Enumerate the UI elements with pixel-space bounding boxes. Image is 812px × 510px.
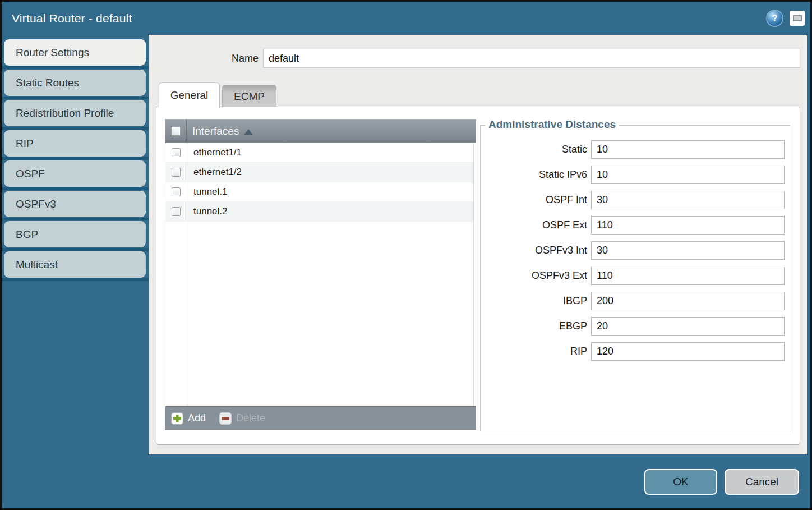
rip-input[interactable] bbox=[591, 342, 785, 361]
minus-icon bbox=[219, 412, 232, 425]
interfaces-table-body: ethernet1/1 ethernet1/2 tunnel.1 bbox=[165, 143, 476, 406]
interfaces-column-label: Interfaces bbox=[192, 125, 239, 137]
main-content: Name General ECMP Interfaces bbox=[149, 35, 807, 454]
administrative-distances-fieldset: Administrative Distances Static Static I… bbox=[480, 125, 790, 431]
tab-general[interactable]: General bbox=[159, 82, 220, 108]
tab-label: General bbox=[170, 89, 209, 102]
row-checkbox[interactable] bbox=[172, 168, 181, 177]
ospf-int-input[interactable] bbox=[591, 191, 785, 209]
ospfv3-ext-label: OSPFv3 Ext bbox=[481, 270, 587, 282]
admin-distance-row: Static bbox=[481, 140, 790, 159]
admin-distance-row: IBGP bbox=[481, 292, 790, 310]
admin-distance-row: OSPF Ext bbox=[481, 216, 790, 235]
sidebar-item-label: Multicast bbox=[16, 259, 58, 271]
interfaces-table-header: Interfaces bbox=[165, 120, 476, 143]
ospf-ext-input[interactable] bbox=[591, 216, 785, 235]
ok-button-label: OK bbox=[673, 476, 688, 488]
ospf-ext-label: OSPF Ext bbox=[481, 219, 587, 231]
row-checkbox-cell bbox=[165, 148, 187, 157]
add-button[interactable]: Add bbox=[171, 412, 206, 425]
ospf-int-label: OSPF Int bbox=[481, 194, 587, 206]
select-all-checkbox[interactable] bbox=[171, 126, 181, 136]
add-button-label: Add bbox=[188, 412, 206, 424]
static-ipv6-label: Static IPv6 bbox=[481, 169, 587, 181]
name-row: Name bbox=[149, 49, 800, 68]
sidebar-item-static-routes[interactable]: Static Routes bbox=[4, 70, 146, 96]
interface-name: ethernet1/1 bbox=[187, 147, 242, 158]
help-glyph: ? bbox=[772, 13, 778, 24]
rip-label: RIP bbox=[481, 346, 587, 357]
ibgp-input[interactable] bbox=[591, 292, 785, 310]
static-input[interactable] bbox=[591, 140, 785, 159]
ok-button[interactable]: OK bbox=[644, 469, 717, 495]
ospfv3-int-input[interactable] bbox=[591, 241, 785, 260]
titlebar: Virtual Router - default ? bbox=[2, 2, 810, 35]
ospfv3-ext-input[interactable] bbox=[591, 267, 785, 285]
row-checkbox[interactable] bbox=[172, 207, 181, 216]
row-checkbox-cell bbox=[165, 187, 187, 196]
interfaces-table-footer: Add Delete bbox=[165, 406, 476, 430]
maximize-glyph bbox=[793, 15, 802, 21]
sidebar-item-router-settings[interactable]: Router Settings bbox=[4, 39, 146, 66]
interfaces-column-header[interactable]: Interfaces bbox=[187, 120, 476, 143]
plus-icon bbox=[171, 412, 183, 425]
sidebar-item-ospf[interactable]: OSPF bbox=[4, 160, 146, 187]
admin-distance-row: EBGP bbox=[481, 317, 790, 336]
sidebar-item-ospfv3[interactable]: OSPFv3 bbox=[4, 191, 146, 217]
sidebar-item-rip[interactable]: RIP bbox=[4, 130, 146, 157]
tab-ecmp[interactable]: ECMP bbox=[222, 85, 276, 107]
row-checkbox[interactable] bbox=[172, 187, 181, 196]
tab-label: ECMP bbox=[234, 90, 265, 103]
cancel-button-label: Cancel bbox=[745, 476, 778, 488]
sidebar-item-label: OSPF bbox=[16, 168, 45, 180]
tab-strip: General ECMP bbox=[159, 82, 276, 107]
sort-ascending-icon bbox=[244, 129, 253, 135]
static-label: Static bbox=[481, 144, 587, 155]
name-input[interactable] bbox=[263, 49, 800, 68]
virtual-router-dialog: Virtual Router - default ? Router Settin… bbox=[0, 0, 812, 510]
sidebar-item-label: Static Routes bbox=[16, 77, 79, 89]
sidebar-item-label: Router Settings bbox=[16, 47, 89, 59]
sidebar-item-label: RIP bbox=[16, 137, 34, 150]
sidebar-item-label: OSPFv3 bbox=[16, 198, 56, 210]
interface-name: tunnel.2 bbox=[187, 206, 228, 217]
admin-distance-row: OSPFv3 Int bbox=[481, 241, 790, 260]
ibgp-label: IBGP bbox=[481, 295, 587, 307]
help-icon[interactable]: ? bbox=[767, 11, 782, 26]
table-row[interactable]: tunnel.2 bbox=[165, 202, 473, 222]
delete-button[interactable]: Delete bbox=[219, 412, 265, 425]
interfaces-table: Interfaces ethernet1/1 bbox=[165, 119, 476, 430]
sidebar-item-label: BGP bbox=[16, 228, 38, 241]
admin-distance-row: RIP bbox=[481, 342, 790, 361]
sidebar-item-label: Redistribution Profile bbox=[16, 107, 114, 120]
table-row[interactable]: tunnel.1 bbox=[165, 182, 473, 202]
ebgp-input[interactable] bbox=[591, 317, 785, 336]
admin-distance-row: Static IPv6 bbox=[481, 166, 790, 184]
row-checkbox-cell bbox=[165, 207, 187, 216]
sidebar-item-redistribution-profile[interactable]: Redistribution Profile bbox=[4, 100, 146, 126]
ospfv3-int-label: OSPFv3 Int bbox=[481, 245, 587, 256]
footer-bar: OK Cancel bbox=[2, 454, 810, 508]
table-row[interactable]: ethernet1/1 bbox=[165, 143, 473, 163]
header-checkbox-cell bbox=[165, 120, 187, 143]
sidebar: Router Settings Static Routes Redistribu… bbox=[2, 35, 149, 508]
name-label: Name bbox=[232, 53, 259, 65]
cancel-button[interactable]: Cancel bbox=[725, 469, 799, 495]
interface-name: ethernet1/2 bbox=[187, 167, 242, 178]
static-ipv6-input[interactable] bbox=[591, 166, 785, 184]
sidebar-item-multicast[interactable]: Multicast bbox=[4, 251, 146, 278]
fieldset-legend: Administrative Distances bbox=[485, 118, 619, 131]
dialog-title: Virtual Router - default bbox=[12, 12, 767, 25]
admin-distance-rows: Static Static IPv6 OSPF Int OSPF Ext bbox=[481, 126, 790, 361]
ebgp-label: EBGP bbox=[481, 320, 587, 332]
sidebar-item-bgp[interactable]: BGP bbox=[4, 221, 146, 247]
row-checkbox-cell bbox=[165, 168, 187, 177]
interface-name: tunnel.1 bbox=[187, 186, 228, 197]
maximize-icon[interactable] bbox=[790, 11, 805, 26]
general-tab-panel: Interfaces ethernet1/1 bbox=[156, 107, 800, 445]
admin-distance-row: OSPF Int bbox=[481, 191, 790, 209]
row-checkbox[interactable] bbox=[172, 148, 181, 157]
table-row[interactable]: ethernet1/2 bbox=[165, 163, 473, 182]
admin-distance-row: OSPFv3 Ext bbox=[481, 267, 790, 285]
delete-button-label: Delete bbox=[236, 412, 265, 424]
